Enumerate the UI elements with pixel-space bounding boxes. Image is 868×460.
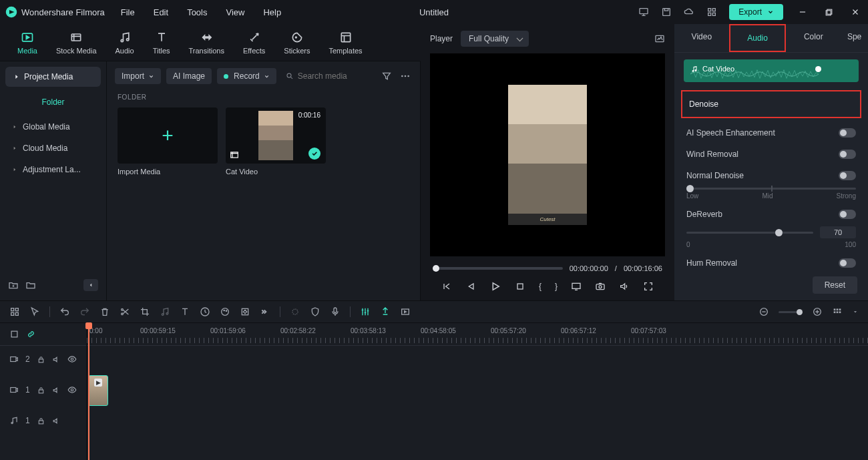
- tl-mixer-icon[interactable]: [360, 306, 371, 317]
- tl-color-icon[interactable]: [220, 306, 230, 317]
- snapshot-icon[interactable]: [654, 33, 665, 44]
- search-media[interactable]: [282, 71, 375, 81]
- tl-music-icon[interactable]: [160, 306, 170, 317]
- tl-text-icon[interactable]: [180, 306, 190, 317]
- dereverb-toggle[interactable]: [839, 210, 856, 219]
- tl-speed-icon[interactable]: [200, 306, 210, 317]
- sidebar-global-media[interactable]: Global Media: [5, 116, 101, 138]
- playhead[interactable]: [88, 323, 89, 460]
- dereverb-slider[interactable]: [686, 232, 813, 234]
- play-backward-icon[interactable]: [465, 281, 476, 292]
- tl-mic-icon[interactable]: [330, 306, 341, 317]
- monitor-icon[interactable]: [638, 7, 649, 17]
- menu-help[interactable]: Help: [263, 7, 281, 17]
- import-dropdown[interactable]: Import: [115, 68, 161, 84]
- minimize-button[interactable]: [795, 7, 810, 17]
- audio-track-1-head[interactable]: 1: [0, 407, 86, 434]
- mark-in-icon[interactable]: {: [539, 282, 541, 291]
- volume-icon[interactable]: [619, 281, 630, 292]
- link-icon[interactable]: [26, 329, 36, 339]
- tl-zoom-out-icon[interactable]: [758, 306, 769, 317]
- prev-frame-icon[interactable]: [441, 281, 452, 292]
- close-button[interactable]: [848, 7, 863, 17]
- export-button[interactable]: Export: [729, 4, 783, 20]
- tab-templates[interactable]: Templates: [319, 27, 371, 59]
- search-input[interactable]: [298, 71, 371, 81]
- timeline-ruler[interactable]: 0:00 00:00:59:15 00:01:59:06 00:02:58:22…: [87, 323, 868, 346]
- folder-button[interactable]: Folder: [5, 91, 101, 116]
- tab-audio[interactable]: Audio: [106, 27, 144, 59]
- tl-magnet-icon[interactable]: [290, 306, 300, 317]
- reset-button[interactable]: Reset: [813, 276, 857, 294]
- tl-zoom-in-icon[interactable]: [812, 306, 823, 317]
- hum-removal-toggle[interactable]: [839, 258, 856, 268]
- tl-zoom-slider[interactable]: [779, 311, 803, 313]
- dereverb-value[interactable]: 70: [820, 226, 856, 238]
- menu-file[interactable]: File: [121, 7, 135, 17]
- timeline-clip-cat-video[interactable]: [88, 375, 108, 406]
- mute-icon[interactable]: [52, 355, 61, 364]
- video-track-1-head[interactable]: 1: [0, 373, 86, 407]
- more-icon[interactable]: [399, 69, 412, 83]
- lock-icon[interactable]: [37, 417, 45, 425]
- mark-out-icon[interactable]: }: [555, 282, 558, 291]
- new-folder-icon[interactable]: [8, 280, 19, 290]
- tl-grid-icon[interactable]: [9, 306, 20, 317]
- save-icon[interactable]: [661, 7, 672, 17]
- tl-delete-icon[interactable]: [99, 306, 110, 317]
- record-dropdown[interactable]: Record: [217, 68, 276, 84]
- tl-crop-icon[interactable]: [140, 306, 150, 317]
- stop-icon[interactable]: [515, 281, 525, 292]
- tl-redo-icon[interactable]: [79, 306, 90, 317]
- camera-icon[interactable]: [595, 281, 606, 292]
- tab-media[interactable]: Media: [8, 27, 47, 59]
- wind-removal-toggle[interactable]: [839, 150, 856, 159]
- tl-view-icon[interactable]: [832, 306, 843, 317]
- tl-undo-icon[interactable]: [59, 306, 70, 317]
- lock-icon[interactable]: [37, 355, 45, 364]
- prop-tab-audio[interactable]: Audio: [729, 24, 787, 52]
- tl-split-icon[interactable]: [120, 306, 130, 317]
- tab-stock-media[interactable]: Stock Media: [47, 27, 106, 59]
- menu-edit[interactable]: Edit: [154, 7, 168, 17]
- ai-speech-toggle[interactable]: [839, 128, 856, 138]
- tl-render-icon[interactable]: [400, 306, 411, 317]
- clip-tile-cat-video[interactable]: 0:00:16 Cat Video: [226, 107, 326, 176]
- selected-clip-chip[interactable]: Cat Video: [684, 59, 859, 82]
- tl-more-icon[interactable]: [260, 306, 270, 317]
- tab-titles[interactable]: Titles: [144, 27, 180, 59]
- display-icon[interactable]: [571, 281, 582, 292]
- link-track-icon[interactable]: [9, 329, 19, 339]
- import-media-tile[interactable]: + Import Media: [118, 107, 218, 176]
- eye-icon[interactable]: [67, 355, 77, 364]
- mute-icon[interactable]: [52, 386, 61, 395]
- denoise-section-header[interactable]: Denoise: [681, 90, 861, 118]
- prop-tab-color[interactable]: Color: [786, 24, 841, 52]
- tab-stickers[interactable]: Stickers: [274, 27, 319, 59]
- play-icon[interactable]: [489, 280, 501, 292]
- prop-tab-video[interactable]: Video: [674, 24, 729, 52]
- mute-icon[interactable]: [52, 417, 61, 425]
- tl-keyframe-icon[interactable]: [240, 306, 250, 317]
- apps-icon[interactable]: [706, 7, 717, 17]
- video-track-2-head[interactable]: 2: [0, 346, 86, 373]
- tab-transitions[interactable]: Transitions: [180, 27, 234, 59]
- tab-effects[interactable]: Effects: [234, 27, 274, 59]
- fullscreen-icon[interactable]: [643, 281, 654, 292]
- maximize-button[interactable]: [822, 8, 836, 17]
- prop-tab-speed[interactable]: Spe: [841, 24, 868, 52]
- player-viewport[interactable]: [430, 53, 665, 256]
- lock-icon[interactable]: [37, 386, 45, 395]
- tl-view-menu-icon[interactable]: [852, 308, 859, 315]
- playback-scrubber[interactable]: [433, 267, 563, 270]
- ai-image-button[interactable]: AI Image: [166, 68, 212, 84]
- tl-cursor-icon[interactable]: [29, 306, 40, 317]
- sidebar-cloud-media[interactable]: Cloud Media: [5, 138, 101, 159]
- project-media-button[interactable]: Project Media: [5, 67, 101, 87]
- menu-view[interactable]: View: [226, 7, 244, 17]
- filter-icon[interactable]: [380, 69, 393, 83]
- menu-tools[interactable]: Tools: [187, 7, 207, 17]
- tl-shield-icon[interactable]: [310, 306, 320, 317]
- tl-marker-icon[interactable]: [380, 306, 391, 317]
- normal-denoise-slider[interactable]: [686, 188, 856, 190]
